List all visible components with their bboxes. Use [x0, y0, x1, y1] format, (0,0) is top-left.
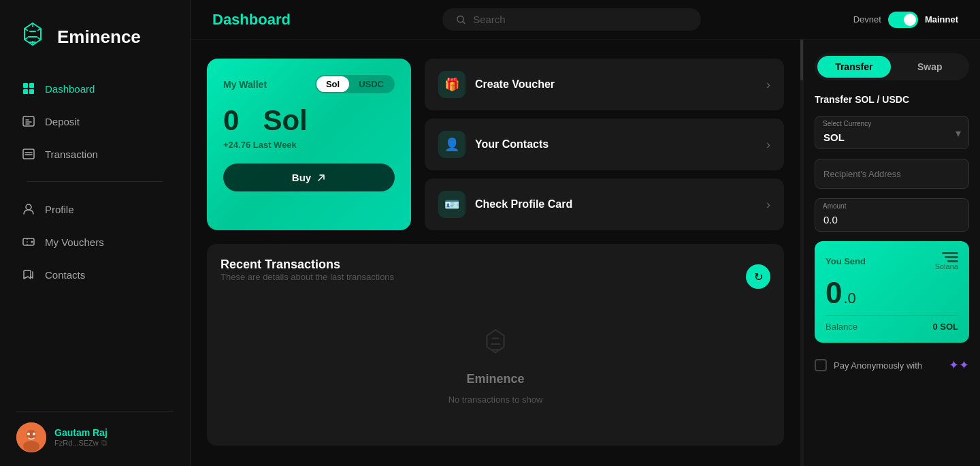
svg-point-11	[23, 441, 39, 452]
action-left: 👤 Your Contacts	[438, 131, 549, 158]
tx-empty-state: Eminence No transactions to show	[220, 300, 770, 432]
pay-anon-label: Pay Anonymously with	[834, 360, 922, 371]
wallet-label: My Wallet	[223, 79, 267, 90]
balance-prefix: 0	[223, 104, 239, 136]
search-icon	[456, 14, 466, 25]
sidebar-item-profile[interactable]: Profile	[11, 194, 179, 224]
you-send-network: Solana	[935, 262, 958, 270]
footer-divider	[16, 411, 174, 411]
currency-toggle: Sol USDC	[315, 75, 395, 93]
solana-bar-2	[945, 256, 958, 258]
user-wallet: FzRd...SEZw ⧉	[54, 438, 108, 448]
solana-icon	[935, 252, 958, 262]
you-send-decimal: .0	[843, 290, 855, 307]
content-area: My Wallet Sol USDC 0 Sol +24.76 Last Wee…	[191, 40, 980, 466]
nav-divider-1	[27, 181, 163, 182]
transaction-icon	[22, 147, 35, 161]
recipient-input[interactable]	[823, 169, 960, 179]
you-send-header: You Send Solana	[826, 252, 958, 270]
dashboard-icon	[22, 82, 35, 95]
user-info[interactable]: Gautam Raj FzRd...SEZw ⧉	[16, 422, 174, 452]
select-currency-wrap: Select Currency SOL USDC ▾	[815, 116, 969, 149]
action-left: 🎁 Create Voucher	[438, 71, 555, 98]
select-currency-label: Select Currency	[823, 120, 871, 127]
sidebar-item-transaction[interactable]: Transaction	[11, 139, 179, 169]
tx-subtitle: These are details about the last transac…	[220, 272, 394, 282]
network-switch[interactable]	[888, 12, 918, 28]
create-voucher-icon-box: 🎁	[438, 71, 466, 98]
wallet-header: My Wallet Sol USDC	[223, 75, 395, 93]
wallet-balance: 0 Sol	[223, 104, 395, 137]
vouchers-label: My Vouchers	[45, 236, 104, 248]
tx-title-block: Recent Transactions These are details ab…	[220, 258, 394, 296]
you-send-label: You Send	[826, 256, 866, 266]
action-check-profile-card[interactable]: 🪪 Check Profile Card ›	[425, 178, 784, 230]
actions-grid: 🎁 Create Voucher › 👤 Your Contacts	[425, 59, 784, 230]
action-your-contacts[interactable]: 👤 Your Contacts ›	[425, 119, 784, 170]
sidebar-logo: Eminence	[0, 14, 190, 74]
svg-point-6	[26, 204, 31, 210]
svg-rect-3	[29, 89, 34, 94]
svg-point-8	[31, 241, 33, 243]
pay-anon-logo-icon: ✦✦	[949, 358, 969, 373]
svg-rect-5	[23, 149, 34, 159]
search-input[interactable]	[473, 14, 687, 25]
sidebar-item-dashboard[interactable]: Dashboard	[11, 74, 179, 104]
tab-swap[interactable]: Swap	[894, 56, 967, 78]
svg-point-12	[27, 433, 30, 435]
wallet-change: +24.76 Last Week	[223, 140, 395, 150]
topbar: Dashboard Devnet Mainnet	[191, 0, 980, 40]
wallet-card: My Wallet Sol USDC 0 Sol +24.76 Last Wee…	[207, 59, 411, 230]
buy-button[interactable]: Buy	[223, 164, 395, 191]
sidebar-footer: Gautam Raj FzRd...SEZw ⧉	[0, 411, 190, 452]
balance-label: Balance	[826, 322, 858, 332]
svg-rect-2	[23, 89, 28, 94]
create-voucher-chevron: ›	[766, 78, 770, 92]
app-name: Eminence	[57, 27, 141, 48]
sidebar-item-vouchers[interactable]: My Vouchers	[11, 227, 179, 257]
svg-rect-4	[23, 117, 34, 126]
create-voucher-label: Create Voucher	[475, 78, 555, 91]
main-area: Dashboard Devnet Mainnet My Wallet	[191, 0, 980, 466]
tab-transfer[interactable]: Transfer	[817, 56, 891, 78]
vertical-divider	[800, 40, 803, 466]
user-name: Gautam Raj	[54, 427, 108, 438]
app-logo-icon	[16, 20, 49, 53]
scrollbar-thumb[interactable]	[800, 40, 803, 80]
sidebar-item-contacts[interactable]: Contacts	[11, 260, 179, 290]
tx-title: Recent Transactions	[220, 258, 394, 272]
deposit-icon	[22, 114, 35, 128]
profile-icon	[22, 202, 35, 216]
toggle-knob	[904, 14, 916, 26]
sidebar-item-deposit[interactable]: Deposit	[11, 106, 179, 136]
check-profile-label: Check Profile Card	[475, 198, 572, 211]
you-send-amount: 0.0	[826, 276, 958, 310]
dashboard-label: Dashboard	[45, 83, 95, 95]
network-toggle: Devnet Mainnet	[853, 12, 958, 28]
deposit-label: Deposit	[45, 116, 80, 127]
main-content: My Wallet Sol USDC 0 Sol +24.76 Last Wee…	[191, 40, 800, 466]
tx-header: Recent Transactions These are details ab…	[220, 258, 770, 296]
you-send-divider	[826, 315, 958, 316]
currency-usdc-btn[interactable]: USDC	[349, 76, 393, 92]
panel-section-title: Transfer SOL / USDC	[815, 94, 969, 105]
search-bar[interactable]	[442, 8, 701, 31]
buy-arrow-icon	[316, 173, 326, 183]
pay-anon-checkbox[interactable]	[815, 359, 827, 371]
you-send-balance-row: Balance 0 SOL	[826, 322, 958, 332]
your-contacts-chevron: ›	[766, 138, 770, 152]
action-create-voucher[interactable]: 🎁 Create Voucher ›	[425, 59, 784, 110]
currency-sol-btn[interactable]: Sol	[316, 76, 349, 92]
svg-rect-1	[29, 83, 34, 88]
you-send-whole: 0	[826, 276, 842, 310]
transaction-label: Transaction	[45, 149, 98, 160]
tx-empty-title: Eminence	[466, 372, 524, 386]
contacts-label: Contacts	[45, 269, 85, 281]
tx-empty-logo	[478, 327, 512, 364]
profile-label: Profile	[45, 204, 74, 215]
refresh-button[interactable]: ↻	[746, 264, 770, 289]
balance-value: 0 SOL	[932, 322, 958, 332]
vouchers-icon	[22, 235, 35, 249]
contacts-icon-box: 👤	[438, 131, 466, 158]
amount-label: Amount	[823, 202, 846, 210]
